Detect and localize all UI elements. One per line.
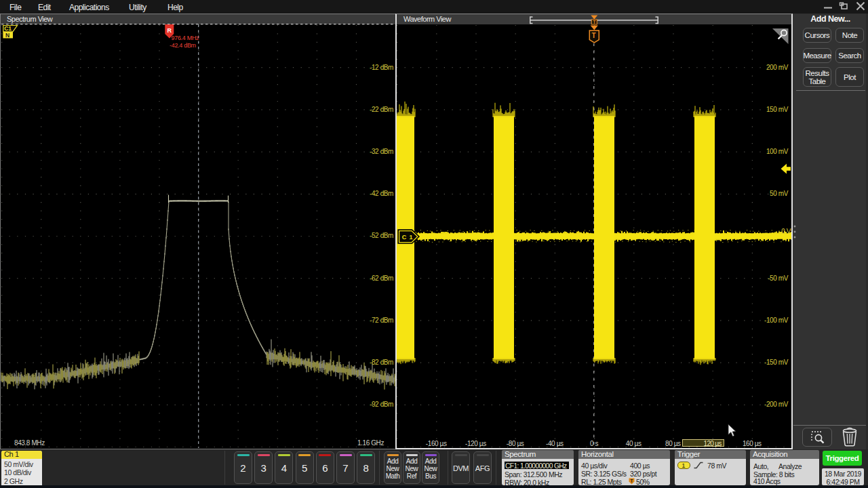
svg-text:C1: C1 xyxy=(4,25,12,32)
svg-text:976.4 MHz: 976.4 MHz xyxy=(172,35,200,41)
svg-text:T: T xyxy=(593,20,596,24)
svg-text:T: T xyxy=(592,32,596,39)
svg-text:C 1: C 1 xyxy=(402,234,413,241)
svg-text:R: R xyxy=(167,27,172,34)
svg-text:-42.4 dBm: -42.4 dBm xyxy=(170,42,196,49)
svg-text:N: N xyxy=(5,32,9,39)
svg-text:T: T xyxy=(630,479,633,483)
